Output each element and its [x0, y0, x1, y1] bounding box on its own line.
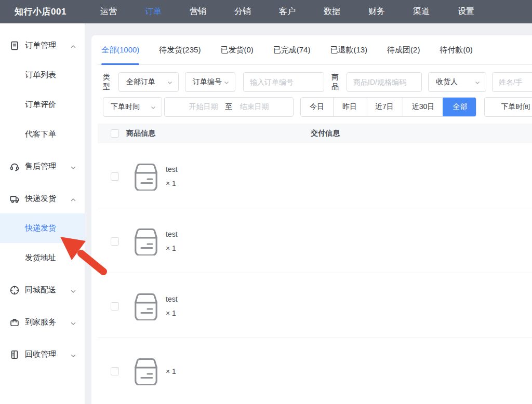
time-type-select[interactable]: 下单时间: [103, 97, 162, 117]
order-status-tab[interactable]: 全部(1000): [101, 35, 139, 64]
order-status-tab[interactable]: 已退款(13): [330, 35, 367, 64]
topnav-item[interactable]: 分销: [234, 6, 251, 17]
sidebar-group-label: 售后管理: [25, 161, 56, 171]
sidebar-item[interactable]: 快递发货: [0, 213, 85, 243]
topnav-item[interactable]: 财务: [368, 6, 385, 17]
order-row: test× 1: [98, 143, 532, 208]
order-no-field-select[interactable]: 订单编号: [185, 72, 235, 92]
order-row: × 1: [98, 338, 532, 403]
receiver-select[interactable]: 收货人: [428, 72, 486, 92]
sidebar-item[interactable]: 发货地址: [0, 243, 85, 273]
chevron-down-icon: [167, 79, 173, 85]
date-quick-button[interactable]: 近7日: [366, 98, 403, 116]
row-checkbox[interactable]: [111, 237, 119, 246]
top-navbar: 知行小店001 运营订单营销分销客户数据财务渠道设置: [0, 0, 532, 23]
product-text: × 1: [166, 357, 176, 385]
sort-by-order-time-button[interactable]: 下单时间: [484, 97, 532, 117]
sidebar-item[interactable]: 代客下单: [0, 119, 85, 149]
sidebar-group[interactable]: 到家服务: [0, 307, 85, 337]
sidebar-group[interactable]: 售后管理: [0, 152, 85, 181]
order-no-input[interactable]: [243, 72, 324, 92]
product-placeholder-icon: [133, 162, 159, 191]
order-status-tab[interactable]: 待付款(0): [440, 35, 472, 64]
product-quantity: × 1: [166, 367, 176, 375]
product-quantity: × 1: [166, 244, 178, 252]
table-header: 商品信息 交付信息: [98, 124, 532, 143]
topnav-item[interactable]: 订单: [145, 6, 162, 17]
main-panel: 全部(1000)待发货(235)已发货(0)已完成(74)已退款(13)待成团(…: [91, 35, 532, 404]
sidebar-item-label: 快递发货: [25, 223, 56, 233]
sidebar-item[interactable]: 订单列表: [0, 60, 85, 90]
topnav-item[interactable]: 客户: [279, 6, 296, 17]
product-text: test× 1: [166, 292, 178, 320]
date-start-placeholder: 开始日期: [189, 102, 218, 112]
product-quantity: × 1: [166, 309, 178, 317]
compass-icon: [9, 285, 20, 295]
order-status-tab[interactable]: 待发货(235): [159, 35, 201, 64]
sort-button-label: 下单时间: [501, 102, 530, 112]
product-id-input[interactable]: [347, 72, 422, 92]
sidebar-group[interactable]: 快递发货: [0, 184, 85, 213]
toolbox-icon: [9, 317, 20, 328]
sidebar-group-label: 到家服务: [25, 317, 56, 327]
chevron-up-icon: [70, 196, 76, 202]
date-quick-button[interactable]: 今日: [301, 98, 333, 116]
sidebar-item-label: 订单列表: [25, 70, 56, 80]
sidebar-group-label: 同城配送: [25, 285, 56, 295]
date-quick-button[interactable]: 近30日: [403, 98, 444, 116]
truck-icon: [9, 194, 20, 204]
date-end-placeholder: 结束日期: [240, 102, 269, 112]
topnav-item[interactable]: 渠道: [413, 6, 430, 17]
sidebar-group-label: 回收管理: [25, 349, 56, 359]
receiver-name-input[interactable]: [492, 72, 532, 92]
store-name: 知行小店001: [0, 6, 91, 18]
row-checkbox[interactable]: [111, 302, 119, 311]
chevron-down-icon: [474, 79, 481, 85]
time-type-select-value: 下单时间: [111, 102, 140, 112]
row-checkbox[interactable]: [111, 367, 119, 375]
date-quick-button[interactable]: 全部: [443, 97, 476, 117]
date-separator: 至: [225, 102, 233, 112]
column-delivery-info: 交付信息: [311, 129, 340, 138]
filter-area: 类型 全部订单 订单编号 商品 收货人 下单时间: [98, 65, 532, 117]
product-title: test: [166, 165, 178, 173]
product-label: 商品: [331, 73, 339, 91]
date-quick-button[interactable]: 昨日: [333, 98, 366, 116]
order-status-tab[interactable]: 已发货(0): [220, 35, 253, 64]
product-text: test× 1: [166, 162, 178, 191]
chevron-down-icon: [223, 79, 230, 85]
product-text: test× 1: [166, 227, 178, 255]
product-placeholder-icon: [133, 357, 159, 385]
chevron-down-icon: [150, 104, 156, 110]
document-list-icon: [9, 41, 20, 51]
sidebar-group-label: 快递发货: [25, 194, 56, 204]
order-row: test× 1: [98, 208, 532, 273]
date-quick-filters: 今日昨日近7日近30日全部: [300, 97, 476, 117]
chevron-down-icon: [70, 164, 76, 170]
topnav-item[interactable]: 运营: [100, 6, 117, 17]
order-status-tab[interactable]: 待成团(2): [387, 35, 420, 64]
order-type-select[interactable]: 全部订单: [118, 72, 179, 92]
row-checkbox[interactable]: [111, 172, 119, 181]
sidebar-item-label: 发货地址: [25, 253, 56, 263]
sidebar-group[interactable]: 订单管理: [0, 31, 85, 60]
sidebar-item[interactable]: 订单评价: [0, 90, 85, 119]
topnav-item[interactable]: 设置: [458, 6, 474, 17]
date-range-picker[interactable]: 开始日期 至 结束日期: [164, 97, 294, 117]
top-nav-menu: 运营订单营销分销客户数据财务渠道设置: [91, 6, 474, 17]
topnav-item[interactable]: 营销: [190, 6, 206, 17]
chevron-down-icon: [70, 287, 76, 293]
filter-row-1: 类型 全部订单 订单编号 商品 收货人: [98, 72, 532, 92]
sidebar-group-label: 订单管理: [25, 41, 56, 50]
topnav-item[interactable]: 数据: [324, 6, 340, 17]
order-status-tab[interactable]: 已完成(74): [273, 35, 311, 64]
order-status-tabs: 全部(1000)待发货(235)已发货(0)已完成(74)已退款(13)待成团(…: [98, 35, 532, 65]
cabinet-icon: [9, 349, 20, 360]
sidebar-group[interactable]: 同城配送: [0, 275, 85, 305]
sidebar-group[interactable]: 回收管理: [0, 340, 85, 369]
order-row: test× 1: [98, 273, 532, 338]
sidebar: 订单管理订单列表订单评价代客下单售后管理快递发货快递发货发货地址同城配送到家服务…: [0, 23, 85, 404]
select-all-checkbox[interactable]: [111, 129, 119, 138]
column-product-info: 商品信息: [126, 129, 155, 138]
receiver-select-value: 收货人: [436, 77, 458, 87]
